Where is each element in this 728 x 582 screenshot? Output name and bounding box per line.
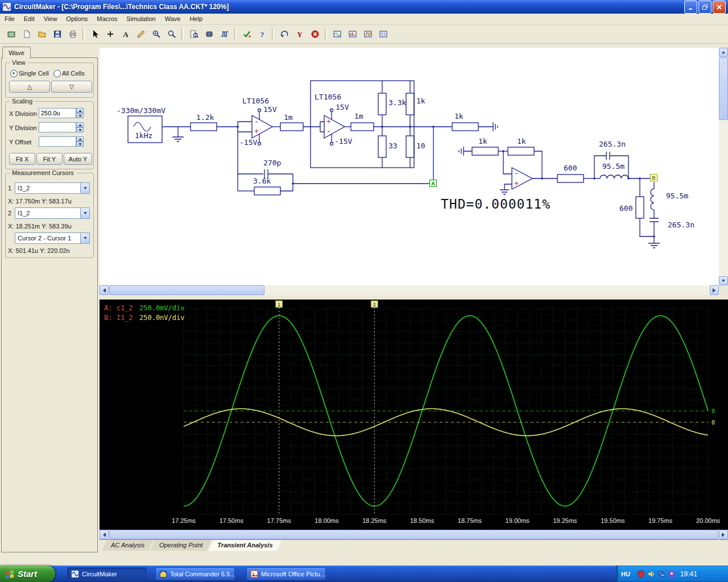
scope-hscrollbar[interactable]: [100, 530, 728, 539]
tab-operating-point[interactable]: Operating Point: [150, 540, 212, 551]
menu-simulation[interactable]: Simulation: [122, 14, 160, 24]
zoom-tool-button[interactable]: [164, 27, 179, 41]
schematic-label: 270p: [263, 159, 281, 167]
stop-simulation-button[interactable]: [307, 27, 322, 41]
menu-file[interactable]: File: [0, 14, 19, 24]
tab-ac-analysis[interactable]: AC Analysis: [102, 540, 154, 551]
scroll-right-icon[interactable]: [710, 285, 719, 295]
windows-flag-icon: [5, 569, 15, 579]
hscroll-thumb[interactable]: [109, 285, 264, 295]
analyses-window-button[interactable]: [345, 27, 360, 41]
task-circuitmaker[interactable]: CircuitMaker: [67, 567, 147, 580]
menu-macros[interactable]: Macros: [92, 14, 122, 24]
y-division-spinner[interactable]: [76, 122, 84, 132]
menu-edit[interactable]: Edit: [19, 14, 39, 24]
help-button[interactable]: ?: [254, 27, 270, 41]
probe-tool-button[interactable]: Y: [292, 27, 307, 41]
cursor2-dropdown-icon[interactable]: [80, 208, 89, 218]
all-cells-radio[interactable]: [53, 70, 61, 77]
time-axis-label: 18.75ms: [454, 517, 485, 524]
minimize-button[interactable]: [684, 1, 697, 14]
cursor1-dropdown-icon[interactable]: [80, 183, 89, 193]
schematic-hscrollbar[interactable]: [100, 285, 719, 295]
wave-next-button[interactable]: ▽: [51, 81, 92, 93]
menu-wave[interactable]: Wave: [160, 14, 185, 24]
scroll-up-icon[interactable]: [719, 48, 728, 57]
find-part-button[interactable]: [186, 27, 201, 41]
view-group: View Single Cell All Cells △ ▽: [5, 63, 94, 98]
toolbar-separator: [325, 28, 327, 40]
app-icon: [2, 2, 11, 11]
y-offset-input[interactable]: [39, 136, 76, 147]
tab-transient-analysis[interactable]: Transient Analysis: [208, 540, 282, 551]
language-indicator[interactable]: HU: [621, 571, 630, 577]
messenger-icon[interactable]: [668, 570, 676, 578]
menu-help[interactable]: Help: [185, 14, 207, 24]
arrow-tool-button[interactable]: [87, 27, 102, 41]
toolbar-separator: [181, 28, 184, 40]
schematic-label: 600: [619, 205, 632, 212]
x-division-spinner[interactable]: [76, 108, 84, 118]
channel-b-name: B: I1_2: [104, 314, 139, 322]
time-axis-label: 20.00ms: [693, 517, 723, 524]
save-file-button[interactable]: [49, 27, 65, 41]
scope-scroll-right-icon[interactable]: [719, 530, 728, 539]
expand-window-button[interactable]: [375, 27, 391, 41]
task-total-commander[interactable]: Total Commander 6.5...: [155, 567, 235, 580]
fit-x-button[interactable]: Fit X: [9, 153, 35, 165]
close-button[interactable]: [713, 1, 726, 14]
y-offset-spinner[interactable]: [76, 136, 84, 147]
digital-scope-button[interactable]: [360, 27, 375, 41]
schematic-label: 3.6k: [253, 177, 271, 185]
run-simulation-button[interactable]: [239, 27, 254, 41]
wave-previous-button[interactable]: △: [9, 81, 50, 93]
fit-y-button[interactable]: Fit Y: [36, 153, 63, 165]
volume-icon[interactable]: [647, 570, 655, 578]
single-cell-radio[interactable]: [10, 70, 18, 77]
schematic-vscrollbar[interactable]: [719, 48, 728, 285]
open-file-button[interactable]: [34, 27, 49, 41]
new-file-button[interactable]: [19, 27, 34, 41]
cursor-diff-select[interactable]: Cursor 2 - Cursor 1: [15, 232, 90, 244]
auto-y-button[interactable]: Auto Y: [64, 153, 92, 165]
scope-window-button[interactable]: [329, 27, 345, 41]
scroll-left-icon[interactable]: [100, 285, 109, 295]
wire-tool-button[interactable]: [102, 27, 118, 41]
scroll-down-icon[interactable]: [719, 276, 728, 285]
oscilloscope-view[interactable]: 0012 A: c1_2250.0mV/div B: I1_2250.0nV/d…: [100, 300, 728, 530]
task-picture-manager[interactable]: Microsoft Office Pictu...: [246, 567, 326, 580]
x-division-input[interactable]: [39, 108, 76, 118]
digital-options-button[interactable]: [217, 27, 232, 41]
zoom-in-tool-button[interactable]: [148, 27, 164, 41]
vscroll-thumb[interactable]: [719, 57, 728, 120]
cursor1-signal-value: I1_2: [18, 185, 30, 192]
y-division-input[interactable]: [39, 122, 76, 132]
menu-bar: File Edit View Options Macros Simulation…: [0, 14, 728, 25]
channel-b-legend: B: I1_2250.0nV/div: [104, 314, 184, 322]
start-button[interactable]: Start: [0, 566, 55, 582]
schematic-canvas[interactable]: -330m/330mV1kHz1.2kLT105615V-15V1mLT1056…: [100, 48, 719, 285]
restore-button[interactable]: [698, 1, 712, 14]
text-tool-button[interactable]: A: [118, 27, 133, 41]
cursor-diff-dropdown-icon[interactable]: [80, 233, 89, 243]
schematic-label: 1k: [454, 113, 464, 120]
svg-text:A: A: [123, 30, 129, 39]
print-button[interactable]: [65, 27, 80, 41]
schematic-button[interactable]: [3, 27, 19, 41]
schematic-label: -330m/330mV: [117, 107, 166, 114]
menu-options[interactable]: Options: [61, 14, 92, 24]
delete-tool-button[interactable]: [133, 27, 148, 41]
scope-scroll-left-icon[interactable]: [100, 530, 109, 539]
node-marker-a[interactable]: A: [429, 180, 437, 187]
node-marker-b[interactable]: B: [650, 174, 657, 181]
reset-simulation-button[interactable]: [276, 27, 292, 41]
schematic-label: 600: [564, 164, 577, 172]
network-icon[interactable]: [657, 570, 665, 578]
antivirus-icon[interactable]: [637, 570, 645, 578]
scope-hscroll-thumb[interactable]: [109, 530, 718, 539]
menu-view[interactable]: View: [39, 14, 62, 24]
wave-panel-tab[interactable]: Wave: [2, 47, 31, 59]
cursor1-signal-select[interactable]: I1_2: [15, 182, 90, 194]
part-properties-button[interactable]: [201, 27, 217, 41]
cursor2-signal-select[interactable]: I1_2: [15, 207, 90, 219]
